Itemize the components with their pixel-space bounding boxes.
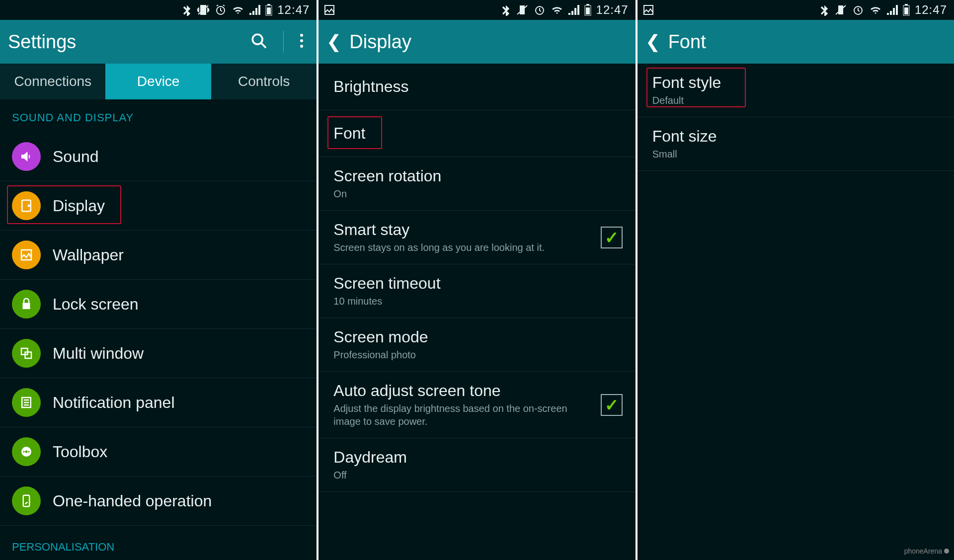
row-auto-adjust-tone[interactable]: Auto adjust screen tone Adjust the displ… — [318, 372, 635, 438]
bluetooth-icon — [501, 4, 511, 16]
row-label: Screen mode — [333, 328, 625, 346]
lock-icon — [12, 290, 41, 319]
row-screen-timeout[interactable]: Screen timeout 10 minutes — [318, 264, 635, 318]
page-title: Display — [349, 31, 411, 53]
svg-point-5 — [253, 34, 263, 44]
status-clock: 12:47 — [596, 3, 629, 17]
row-one-handed[interactable]: One-handed operation — [0, 477, 317, 526]
row-label: Display — [53, 197, 307, 215]
overflow-menu-icon[interactable] — [295, 33, 309, 50]
row-label: Multi window — [53, 344, 307, 363]
bluetooth-icon — [819, 4, 829, 16]
row-font[interactable]: Font — [318, 110, 635, 157]
screen-display: 12:47 ❮ Display Brightness Font Screen r… — [318, 0, 635, 560]
row-label: Toolbox — [53, 443, 307, 461]
svg-point-23 — [28, 451, 29, 452]
sound-icon — [12, 142, 41, 171]
vibrate-icon — [197, 4, 210, 15]
multiwindow-icon — [12, 339, 41, 368]
screen-settings: 12:47 Settings Connections Device Contro… — [0, 0, 317, 560]
status-clock: 12:47 — [277, 3, 310, 17]
alarm-icon — [852, 4, 864, 16]
row-label: Font style — [652, 74, 944, 92]
wifi-icon — [551, 5, 563, 15]
toolbox-icon — [12, 437, 41, 466]
row-multi-window[interactable]: Multi window — [0, 329, 317, 378]
tab-device[interactable]: Device — [105, 64, 211, 99]
row-sub: Default — [652, 94, 944, 107]
appbar-settings: Settings — [0, 20, 317, 64]
tab-controls[interactable]: Controls — [211, 64, 317, 99]
row-sound[interactable]: Sound — [0, 132, 317, 181]
row-screen-mode[interactable]: Screen mode Professional photo — [318, 318, 635, 372]
row-label: Notification panel — [53, 394, 307, 412]
watermark-dot-icon — [944, 549, 949, 554]
gallery-icon — [323, 4, 335, 16]
gallery-icon — [642, 4, 654, 16]
section-header-sound-display: SOUND AND DISPLAY — [0, 99, 317, 132]
svg-line-6 — [261, 43, 266, 48]
status-clock: 12:47 — [915, 3, 947, 17]
svg-rect-4 — [267, 7, 271, 14]
checkbox-auto-adjust[interactable]: ✓ — [601, 394, 623, 416]
svg-point-8 — [300, 39, 303, 42]
svg-rect-35 — [905, 4, 908, 5]
tabs: Connections Device Controls — [0, 64, 317, 99]
signal-icon — [887, 5, 898, 15]
row-brightness[interactable]: Brightness — [318, 64, 635, 110]
row-sub: On — [333, 187, 625, 200]
alarm-icon — [215, 4, 227, 16]
status-bar: 12:47 — [318, 0, 635, 20]
chevron-left-icon: ❮ — [645, 31, 660, 52]
row-label: Wallpaper — [53, 246, 307, 264]
wifi-icon — [869, 5, 882, 15]
back-button[interactable]: ❮ Display — [326, 31, 411, 53]
display-list: Brightness Font Screen rotation On Smart… — [318, 64, 635, 492]
row-label: Smart stay — [333, 221, 588, 239]
svg-point-11 — [28, 205, 30, 207]
row-label: Font size — [652, 127, 944, 146]
row-label: Sound — [53, 148, 307, 166]
alarm-icon — [534, 4, 546, 16]
row-lock-screen[interactable]: Lock screen — [0, 280, 317, 329]
bluetooth-icon — [182, 4, 192, 16]
back-button[interactable]: ❮ Font — [645, 31, 706, 53]
svg-rect-29 — [586, 4, 589, 5]
section-header-personalisation: PERSONALISATION — [0, 526, 317, 557]
search-icon[interactable] — [245, 32, 272, 51]
row-notification-panel[interactable]: Notification panel — [0, 378, 317, 427]
watermark-text: phoneArena — [904, 547, 942, 555]
row-label: Daydream — [333, 448, 625, 467]
row-label: Brightness — [333, 78, 625, 96]
svg-rect-3 — [267, 4, 270, 5]
row-font-size[interactable]: Font size Small — [637, 117, 954, 171]
battery-icon — [903, 4, 910, 16]
notification-icon — [12, 388, 41, 417]
wifi-icon — [232, 5, 244, 15]
row-sub: Off — [333, 469, 625, 481]
watermark: phoneArena — [904, 547, 949, 555]
row-label: Font — [333, 124, 625, 143]
row-label: Lock screen — [53, 295, 307, 314]
row-sub: Small — [652, 148, 944, 160]
onehand-icon — [12, 486, 41, 515]
row-sub: Screen stays on as long as you are looki… — [333, 241, 588, 254]
status-bar: 12:47 — [637, 0, 954, 20]
chevron-left-icon: ❮ — [326, 31, 341, 52]
row-smart-stay[interactable]: Smart stay Screen stays on as long as yo… — [318, 211, 635, 264]
svg-rect-36 — [904, 7, 908, 14]
row-label: Screen timeout — [333, 274, 625, 293]
row-screen-rotation[interactable]: Screen rotation On — [318, 157, 635, 211]
row-display[interactable]: Display — [0, 181, 317, 231]
battery-icon — [584, 4, 591, 16]
tab-connections[interactable]: Connections — [0, 64, 105, 99]
row-wallpaper[interactable]: Wallpaper — [0, 231, 317, 280]
row-label: Screen rotation — [333, 167, 625, 185]
row-daydream[interactable]: Daydream Off — [318, 438, 635, 492]
display-icon — [12, 191, 41, 220]
screen-font: 12:47 ❮ Font Font style Default Font siz… — [637, 0, 954, 560]
row-font-style[interactable]: Font style Default — [637, 64, 954, 117]
row-toolbox[interactable]: Toolbox — [0, 427, 317, 477]
checkbox-smart-stay[interactable]: ✓ — [601, 227, 623, 248]
row-sub: Adjust the display brightness based on t… — [333, 402, 588, 428]
